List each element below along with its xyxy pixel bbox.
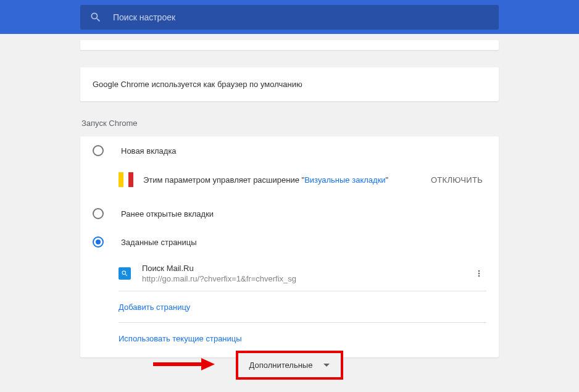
radio-icon[interactable] [93, 208, 104, 219]
extension-icon [119, 172, 133, 187]
radio-icon-selected[interactable] [93, 236, 104, 248]
default-browser-message: Google Chrome используется как браузер п… [80, 67, 499, 101]
radio-label: Ранее открытые вкладки [121, 209, 214, 219]
add-page-row[interactable]: Добавить страницу [119, 291, 486, 323]
content-area: Google Chrome используется как браузер п… [0, 40, 579, 387]
radio-label: Новая вкладка [121, 146, 177, 156]
use-current-link[interactable]: Использовать текущие страницы [119, 334, 242, 343]
disable-extension-button[interactable]: ОТКЛЮЧИТЬ [431, 175, 486, 185]
startup-section-title: Запуск Chrome [81, 119, 499, 128]
radio-row-continue[interactable]: Ранее открытые вкладки [80, 199, 499, 228]
advanced-button-label: Дополнительные [249, 361, 313, 370]
page-url: http://go.mail.ru/?chverfix=1&fr=chverfi… [142, 274, 472, 283]
page-title: Поиск Mail.Ru [142, 264, 472, 273]
page-info: Поиск Mail.Ru http://go.mail.ru/?chverfi… [142, 264, 472, 283]
extension-notice-text: Этим параметром управляет расширение "Ви… [143, 175, 431, 185]
more-actions-button[interactable] [472, 266, 486, 281]
startup-card: Новая вкладка Этим параметром управляет … [80, 136, 499, 357]
search-icon [90, 11, 102, 23]
radio-row-new-tab[interactable]: Новая вкладка [80, 136, 499, 165]
advanced-container: Дополнительные [0, 351, 579, 380]
radio-row-specific[interactable]: Заданные страницы [80, 228, 499, 256]
search-input[interactable] [113, 12, 489, 22]
search-icon [121, 270, 128, 277]
more-vert-icon [474, 269, 484, 278]
extension-link[interactable]: Визуальные закладки [304, 175, 385, 185]
chevron-down-icon [323, 364, 330, 367]
header-bar [0, 0, 579, 34]
advanced-button[interactable]: Дополнительные [236, 351, 344, 380]
ext-prefix: Этим параметром управляет расширение " [143, 175, 304, 185]
use-current-row[interactable]: Использовать текущие страницы [119, 323, 486, 354]
add-page-link[interactable]: Добавить страницу [119, 302, 190, 312]
page-favicon [119, 267, 131, 280]
previous-section-card [80, 40, 499, 50]
specific-pages-subsection: Поиск Mail.Ru http://go.mail.ru/?chverfi… [80, 256, 499, 357]
extension-notice-row: Этим параметром управляет расширение "Ви… [80, 165, 499, 199]
search-container[interactable] [80, 5, 499, 30]
radio-label: Заданные страницы [121, 238, 197, 247]
ext-suffix: " [386, 175, 389, 185]
radio-icon[interactable] [93, 145, 104, 156]
page-entry: Поиск Mail.Ru http://go.mail.ru/?chverfi… [119, 256, 486, 291]
default-browser-card: Google Chrome используется как браузер п… [80, 67, 499, 101]
